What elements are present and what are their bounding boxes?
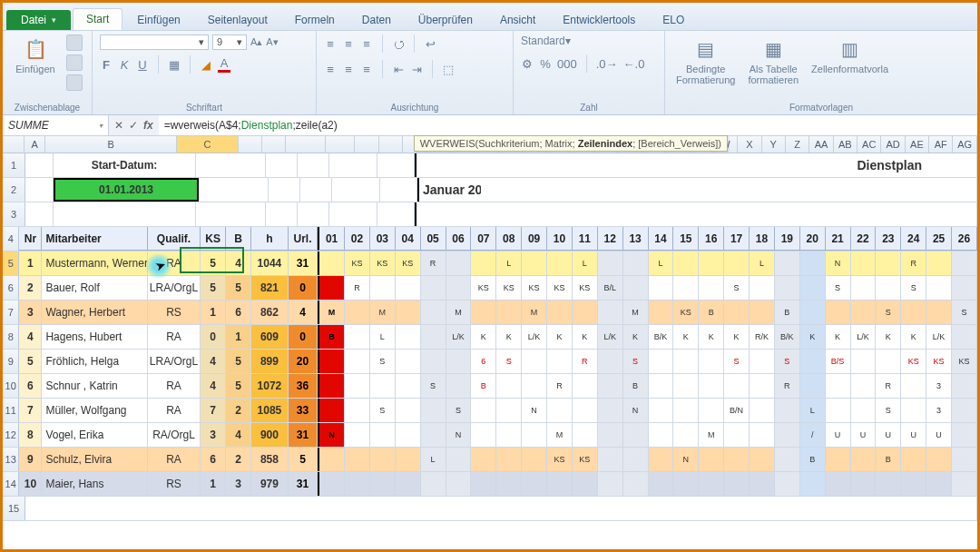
cell-day[interactable] xyxy=(522,472,547,496)
cell-url[interactable]: 33 xyxy=(289,399,318,422)
number-format-combo[interactable]: Standard▾ xyxy=(521,34,630,47)
fill-color-icon[interactable]: ◢ xyxy=(200,58,212,72)
cell-day[interactable]: KS xyxy=(522,276,547,300)
cell-day[interactable] xyxy=(598,251,623,275)
cell-day[interactable]: K xyxy=(800,325,826,349)
cell-name[interactable]: Müller, Wolfgang xyxy=(42,399,147,422)
cell-day[interactable] xyxy=(952,423,977,447)
cell-day[interactable] xyxy=(775,251,800,275)
ribbon-tab-insert[interactable]: Einfügen xyxy=(124,10,192,30)
cell-day[interactable]: K xyxy=(699,325,724,349)
cell-day[interactable]: U xyxy=(926,423,952,447)
cell-day[interactable] xyxy=(699,399,724,422)
cell-b[interactable]: 4 xyxy=(226,251,251,275)
col-header-C[interactable]: C xyxy=(177,136,238,153)
cell-day[interactable]: K xyxy=(826,325,851,349)
hdr-day-23[interactable]: 23 xyxy=(876,227,901,251)
cell-day[interactable] xyxy=(673,251,699,275)
row-header-5[interactable]: 5 xyxy=(3,251,19,275)
cell-day[interactable] xyxy=(926,276,952,300)
paste-button[interactable]: 📋 Einfügen xyxy=(10,34,61,76)
cell-name[interactable]: Schulz, Elvira xyxy=(42,448,147,471)
cell-day[interactable] xyxy=(952,325,977,349)
cell-day[interactable]: / xyxy=(800,423,826,447)
cell-day[interactable]: L xyxy=(421,448,446,471)
row-header-13[interactable]: 13 xyxy=(3,448,19,471)
col-header-blank[interactable] xyxy=(262,136,286,153)
row-header-3[interactable]: 3 xyxy=(3,202,25,226)
cell-day[interactable] xyxy=(496,423,522,447)
cell-day[interactable] xyxy=(851,251,877,275)
cell-day[interactable]: K xyxy=(673,325,699,349)
borders-icon[interactable]: ▦ xyxy=(168,58,181,72)
cell-day[interactable]: KS xyxy=(496,276,522,300)
italic-button[interactable]: K xyxy=(118,58,131,72)
formula-input[interactable]: =wverweis(A$4;Dienstplan;zeile(a2) WVERW… xyxy=(159,115,977,135)
accept-formula-icon[interactable]: ✓ xyxy=(129,119,138,132)
cell-day[interactable] xyxy=(396,423,421,447)
cell-day[interactable] xyxy=(952,276,977,300)
ribbon-tab-start[interactable]: Start xyxy=(73,8,122,30)
hdr-url[interactable]: Url. xyxy=(289,227,318,251)
hdr-day-07[interactable]: 07 xyxy=(471,227,496,251)
hdr-day-16[interactable]: 16 xyxy=(699,227,724,251)
cell-day[interactable]: S xyxy=(370,399,396,422)
cell-ks[interactable]: 4 xyxy=(201,374,226,398)
cell-ks[interactable]: 4 xyxy=(201,350,226,373)
cell-qualif[interactable]: RS xyxy=(148,472,201,496)
cell-day[interactable] xyxy=(775,423,800,447)
cell-day[interactable] xyxy=(471,301,496,324)
hdr-day-26[interactable]: 26 xyxy=(952,227,977,251)
cell-day[interactable]: K xyxy=(724,325,750,349)
cell-day[interactable]: M xyxy=(547,423,573,447)
cell-qualif[interactable]: RA xyxy=(148,374,201,398)
cell-day[interactable]: R xyxy=(775,374,800,398)
cell-day[interactable]: S xyxy=(421,374,446,398)
cell-day[interactable] xyxy=(446,251,472,275)
cell-day[interactable] xyxy=(623,448,649,471)
ribbon-tab-pagelayout[interactable]: Seitenlayout xyxy=(195,10,280,30)
cell-day[interactable] xyxy=(421,472,446,496)
cell-url[interactable]: 20 xyxy=(289,350,318,373)
row-header-2[interactable]: 2 xyxy=(3,178,25,202)
hdr-day-05[interactable]: 05 xyxy=(421,227,446,251)
cell-h[interactable]: 821 xyxy=(251,276,289,300)
font-size-combo[interactable]: 9▾ xyxy=(212,34,247,50)
hdr-day-22[interactable]: 22 xyxy=(851,227,877,251)
cell-day[interactable] xyxy=(724,301,750,324)
cell-day[interactable] xyxy=(876,276,901,300)
col-header-day[interactable]: AF xyxy=(929,136,953,153)
cell-day[interactable] xyxy=(724,472,750,496)
col-header-day[interactable]: Y xyxy=(762,136,786,153)
hdr-day-09[interactable]: 09 xyxy=(522,227,547,251)
cell-nr[interactable]: 5 xyxy=(19,350,42,373)
cell-b[interactable]: 4 xyxy=(226,423,251,447)
col-header-day[interactable]: AB xyxy=(834,136,858,153)
cell-day[interactable] xyxy=(876,350,901,373)
cell-day[interactable]: K xyxy=(876,325,901,349)
cell-day[interactable] xyxy=(522,251,547,275)
cell-b[interactable]: 5 xyxy=(226,350,251,373)
cell-day[interactable]: R xyxy=(421,251,446,275)
cell-day[interactable]: K xyxy=(471,325,496,349)
cell-day[interactable] xyxy=(724,251,750,275)
cell-url[interactable]: 0 xyxy=(289,276,318,300)
indent-increase-icon[interactable]: ⇥ xyxy=(410,63,423,76)
cell-day[interactable] xyxy=(699,276,724,300)
cell-day[interactable]: N xyxy=(446,423,472,447)
cell-day[interactable]: K xyxy=(496,325,522,349)
cell-b[interactable]: 2 xyxy=(226,399,251,422)
cell-day[interactable]: S xyxy=(446,399,472,422)
cell-day[interactable] xyxy=(471,472,496,496)
name-box[interactable]: SUMME xyxy=(3,115,109,135)
cell-day[interactable]: U xyxy=(876,423,901,447)
cell-b[interactable]: 2 xyxy=(226,448,251,471)
row-header-14[interactable]: 14 xyxy=(3,472,19,496)
row-header-8[interactable]: 8 xyxy=(3,325,19,349)
col-header-blank[interactable] xyxy=(239,136,262,153)
ribbon-tab-review[interactable]: Überprüfen xyxy=(406,10,485,30)
cell-day[interactable] xyxy=(396,325,421,349)
cell-day[interactable] xyxy=(750,448,775,471)
hdr-day-21[interactable]: 21 xyxy=(826,227,851,251)
cell-nr[interactable]: 6 xyxy=(19,374,42,398)
